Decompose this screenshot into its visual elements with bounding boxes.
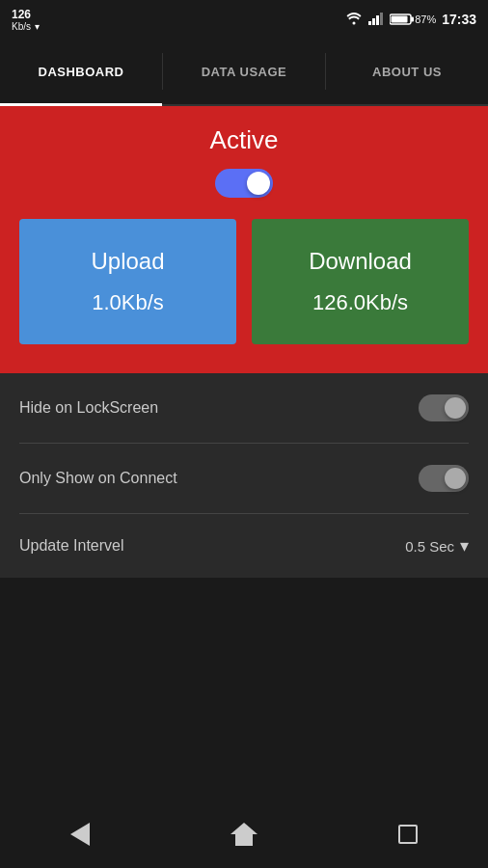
status-bar: 126 Kb/s ▾ <box>0 0 488 39</box>
status-dropdown-icon: ▾ <box>35 21 40 32</box>
hide-lockscreen-item: Hide on LockScreen <box>19 373 469 444</box>
update-interval-dropdown-icon: ▾ <box>460 535 469 556</box>
svg-rect-6 <box>411 17 414 22</box>
only-show-connect-label: Only Show on Connect <box>19 470 177 487</box>
home-button[interactable] <box>230 823 258 846</box>
bottom-nav <box>0 800 488 868</box>
svg-rect-3 <box>376 15 379 25</box>
home-body-icon <box>235 833 253 846</box>
svg-point-0 <box>353 21 356 24</box>
active-toggle[interactable] <box>215 169 273 198</box>
status-speed-unit: Kb/s <box>12 21 31 32</box>
update-interval-item: Update Intervel 0.5 Sec ▾ <box>19 514 469 578</box>
status-left: 126 Kb/s ▾ <box>12 8 40 32</box>
battery-percent: 87% <box>415 14 436 25</box>
svg-rect-4 <box>380 13 383 25</box>
upload-box: Upload 1.0Kb/s <box>19 219 236 344</box>
hide-lockscreen-toggle[interactable] <box>419 394 469 421</box>
svg-rect-2 <box>372 18 375 25</box>
tab-data-usage[interactable]: DATA USAGE <box>163 39 325 104</box>
back-button[interactable] <box>70 823 90 846</box>
download-value: 126.0Kb/s <box>312 290 408 315</box>
tab-about-us[interactable]: ABOUT US <box>326 39 488 104</box>
update-interval-label: Update Intervel <box>19 537 124 555</box>
svg-rect-1 <box>368 21 371 25</box>
signal-icon <box>368 12 384 28</box>
tab-dashboard[interactable]: DASHBOARD <box>0 39 162 104</box>
only-show-connect-toggle[interactable] <box>419 465 469 492</box>
update-interval-value: 0.5 Sec <box>405 538 454 555</box>
svg-rect-7 <box>392 16 408 23</box>
download-box: Download 126.0Kb/s <box>252 219 469 344</box>
upload-value: 1.0Kb/s <box>92 290 164 315</box>
update-interval-right[interactable]: 0.5 Sec ▾ <box>405 535 469 556</box>
download-label: Download <box>309 248 412 275</box>
tab-bar: DASHBOARD DATA USAGE ABOUT US <box>0 39 488 106</box>
wifi-icon <box>345 12 363 28</box>
only-show-connect-item: Only Show on Connect <box>19 444 469 514</box>
status-time: 17:33 <box>442 12 476 27</box>
settings-section: Hide on LockScreen Only Show on Connect … <box>0 373 488 578</box>
speed-boxes: Upload 1.0Kb/s Download 126.0Kb/s <box>19 219 469 344</box>
upload-label: Upload <box>91 248 164 275</box>
recents-button[interactable] <box>398 825 418 844</box>
active-label: Active <box>19 125 469 155</box>
main-content: Active Upload 1.0Kb/s Download 126.0Kb/s <box>0 106 488 373</box>
toggle-container <box>19 169 469 198</box>
status-right: 87% 17:33 <box>345 12 476 28</box>
battery-icon: 87% <box>390 13 436 26</box>
hide-lockscreen-label: Hide on LockScreen <box>19 399 158 417</box>
status-speed: 126 <box>12 8 31 21</box>
